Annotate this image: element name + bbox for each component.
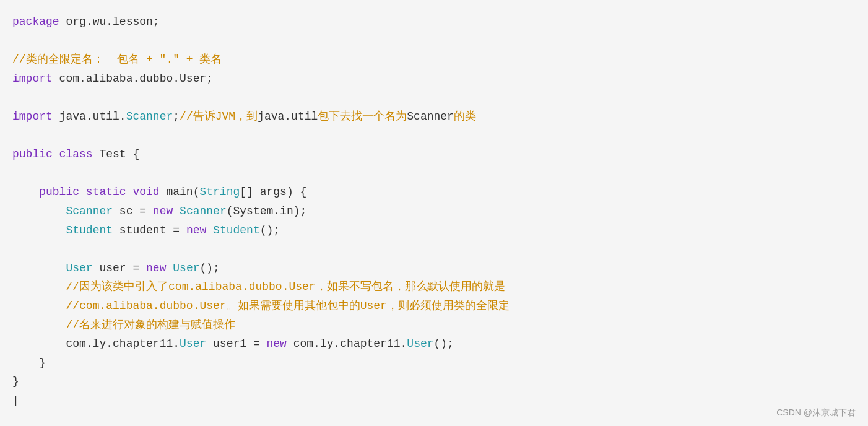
code-line-14: User user = new User(); — [12, 259, 856, 278]
code-line-21: | — [12, 391, 856, 411]
code-line-8: public class Test { — [12, 145, 856, 164]
code-line-4: import com.alibaba.dubbo.User; — [12, 69, 856, 89]
code-line-17: //名来进行对象的构建与赋值操作 — [12, 316, 856, 335]
code-line-7 — [12, 126, 856, 146]
code-line-2 — [12, 32, 856, 51]
code-content: package org.wu.lesson; //类的全限定名： 包名 + ".… — [12, 12, 856, 410]
code-line-12: Student student = new Student(); — [12, 221, 856, 240]
code-line-16: //com.alibaba.dubbo.User。如果需要使用其他包中的User… — [12, 297, 856, 316]
code-line-5 — [12, 88, 856, 107]
code-line-13 — [12, 240, 856, 259]
code-line-3: //类的全限定名： 包名 + "." + 类名 — [12, 50, 856, 69]
code-editor: package org.wu.lesson; //类的全限定名： 包名 + ".… — [0, 0, 868, 426]
code-line-6: import java.util.Scanner;//告诉JVM，到java.u… — [12, 107, 856, 126]
code-line-15: //因为该类中引入了com.alibaba.dubbo.User，如果不写包名，… — [12, 277, 856, 297]
code-line-11: Scanner sc = new Scanner(System.in); — [12, 202, 856, 221]
code-line-10: public static void main(String[] args) { — [12, 183, 856, 202]
code-line-19: } — [12, 354, 856, 373]
code-line-18: com.ly.chapter11.User user1 = new com.ly… — [12, 334, 856, 354]
watermark: CSDN @沐京城下君 — [776, 407, 856, 419]
code-line-9 — [12, 164, 856, 183]
code-line-1: package org.wu.lesson; — [12, 12, 856, 32]
code-line-20: } — [12, 372, 856, 391]
